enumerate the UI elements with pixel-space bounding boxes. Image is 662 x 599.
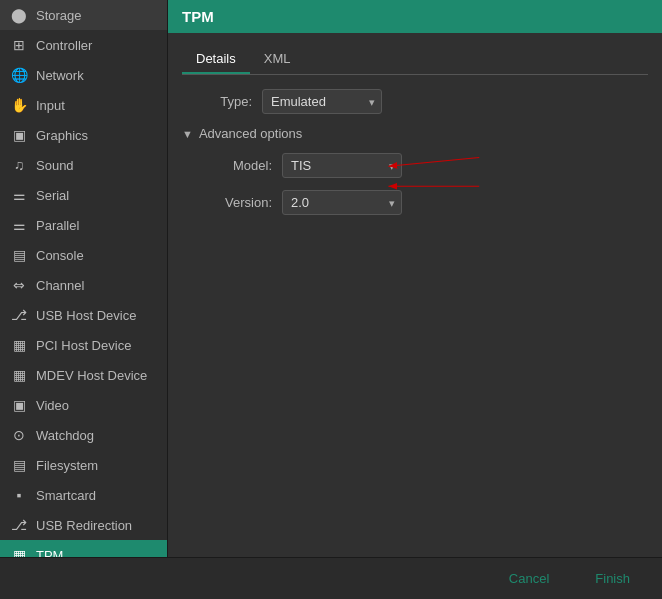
model-select-wrapper: TISCRB xyxy=(282,153,402,178)
sidebar-item-smartcard[interactable]: ▪Smartcard xyxy=(0,480,167,510)
advanced-options-toggle[interactable]: ▼ Advanced options xyxy=(182,126,648,141)
sidebar-label: Filesystem xyxy=(36,458,98,473)
sidebar-icon-pci-host-device: ▦ xyxy=(10,336,28,354)
sidebar-item-parallel[interactable]: ⚌Parallel xyxy=(0,210,167,240)
sidebar-icon-channel: ⇔ xyxy=(10,276,28,294)
sidebar-label: PCI Host Device xyxy=(36,338,131,353)
model-select[interactable]: TISCRB xyxy=(282,153,402,178)
sidebar-item-sound[interactable]: ♫Sound xyxy=(0,150,167,180)
sidebar-label: Smartcard xyxy=(36,488,96,503)
sidebar-item-channel[interactable]: ⇔Channel xyxy=(0,270,167,300)
advanced-section: Model: TISCRB Version: 1.22.0 xyxy=(182,153,648,215)
tab-bar: Details XML xyxy=(182,45,648,75)
sidebar-label: Input xyxy=(36,98,65,113)
sidebar-item-filesystem[interactable]: ▤Filesystem xyxy=(0,450,167,480)
version-label: Version: xyxy=(202,195,272,210)
type-select-wrapper: EmulatedPassthrough xyxy=(262,89,382,114)
sidebar-icon-parallel: ⚌ xyxy=(10,216,28,234)
cancel-button[interactable]: Cancel xyxy=(491,565,567,592)
sidebar-item-tpm[interactable]: ▦TPM xyxy=(0,540,167,557)
sidebar-icon-input: ✋ xyxy=(10,96,28,114)
sidebar-item-serial[interactable]: ⚌Serial xyxy=(0,180,167,210)
sidebar-icon-sound: ♫ xyxy=(10,156,28,174)
sidebar-item-storage[interactable]: ⬤Storage xyxy=(0,0,167,30)
sidebar-item-mdev-host-device[interactable]: ▦MDEV Host Device xyxy=(0,360,167,390)
sidebar: ⬤Storage⊞Controller🌐Network✋Input▣Graphi… xyxy=(0,0,168,557)
sidebar-label: MDEV Host Device xyxy=(36,368,147,383)
tab-xml[interactable]: XML xyxy=(250,45,305,74)
sidebar-label: Video xyxy=(36,398,69,413)
sidebar-label: TPM xyxy=(36,548,63,558)
sidebar-item-video[interactable]: ▣Video xyxy=(0,390,167,420)
finish-button[interactable]: Finish xyxy=(577,565,648,592)
panel-title: TPM xyxy=(168,0,662,33)
tab-details[interactable]: Details xyxy=(182,45,250,74)
sidebar-label: Channel xyxy=(36,278,84,293)
bottom-bar: Cancel Finish xyxy=(0,557,662,599)
sidebar-icon-tpm: ▦ xyxy=(10,546,28,557)
sidebar-item-usb-host-device[interactable]: ⎇USB Host Device xyxy=(0,300,167,330)
sidebar-item-usb-redirection[interactable]: ⎇USB Redirection xyxy=(0,510,167,540)
sidebar-item-input[interactable]: ✋Input xyxy=(0,90,167,120)
sidebar-label: Storage xyxy=(36,8,82,23)
sidebar-item-controller[interactable]: ⊞Controller xyxy=(0,30,167,60)
sidebar-icon-smartcard: ▪ xyxy=(10,486,28,504)
sidebar-item-watchdog[interactable]: ⊙Watchdog xyxy=(0,420,167,450)
sidebar-label: Parallel xyxy=(36,218,79,233)
content-panel: TPM Details XML Type: EmulatedPassthroug… xyxy=(168,0,662,557)
sidebar-icon-controller: ⊞ xyxy=(10,36,28,54)
sidebar-label: Controller xyxy=(36,38,92,53)
sidebar-icon-usb-redirection: ⎇ xyxy=(10,516,28,534)
type-select[interactable]: EmulatedPassthrough xyxy=(262,89,382,114)
advanced-arrow-icon: ▼ xyxy=(182,128,193,140)
content-body: Details XML Type: EmulatedPassthrough ▼ … xyxy=(168,33,662,557)
sidebar-label: USB Host Device xyxy=(36,308,136,323)
version-select-wrapper: 1.22.0 xyxy=(282,190,402,215)
sidebar-label: Sound xyxy=(36,158,74,173)
sidebar-item-graphics[interactable]: ▣Graphics xyxy=(0,120,167,150)
sidebar-label: Graphics xyxy=(36,128,88,143)
type-label: Type: xyxy=(182,94,252,109)
sidebar-label: USB Redirection xyxy=(36,518,132,533)
sidebar-item-network[interactable]: 🌐Network xyxy=(0,60,167,90)
sidebar-label: Serial xyxy=(36,188,69,203)
version-select[interactable]: 1.22.0 xyxy=(282,190,402,215)
sidebar-icon-console: ▤ xyxy=(10,246,28,264)
sidebar-icon-storage: ⬤ xyxy=(10,6,28,24)
sidebar-icon-filesystem: ▤ xyxy=(10,456,28,474)
sidebar-icon-graphics: ▣ xyxy=(10,126,28,144)
sidebar-icon-mdev-host-device: ▦ xyxy=(10,366,28,384)
model-row: Model: TISCRB xyxy=(202,153,648,178)
sidebar-icon-usb-host-device: ⎇ xyxy=(10,306,28,324)
version-row: Version: 1.22.0 xyxy=(202,190,648,215)
model-label: Model: xyxy=(202,158,272,173)
sidebar-icon-serial: ⚌ xyxy=(10,186,28,204)
sidebar-icon-video: ▣ xyxy=(10,396,28,414)
sidebar-label: Network xyxy=(36,68,84,83)
sidebar-label: Console xyxy=(36,248,84,263)
sidebar-icon-network: 🌐 xyxy=(10,66,28,84)
sidebar-item-console[interactable]: ▤Console xyxy=(0,240,167,270)
type-row: Type: EmulatedPassthrough xyxy=(182,89,648,114)
sidebar-item-pci-host-device[interactable]: ▦PCI Host Device xyxy=(0,330,167,360)
sidebar-icon-watchdog: ⊙ xyxy=(10,426,28,444)
sidebar-label: Watchdog xyxy=(36,428,94,443)
advanced-options-label: Advanced options xyxy=(199,126,302,141)
